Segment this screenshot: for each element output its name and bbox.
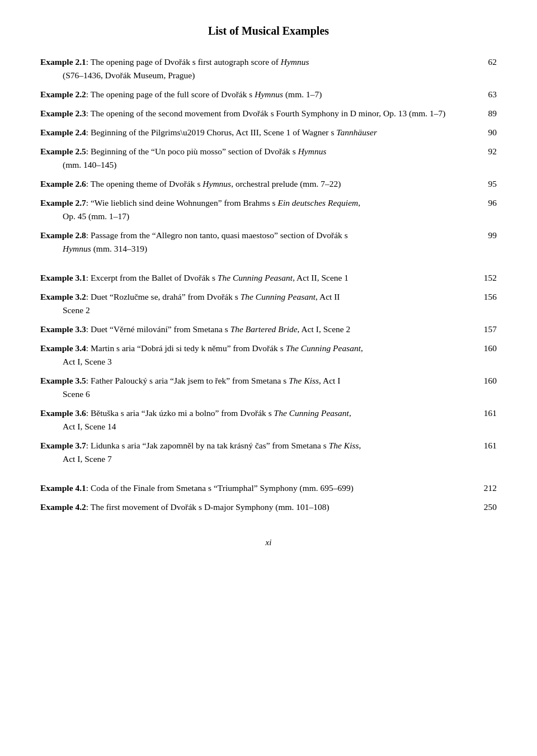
list-item: Example 3.2: Duet “Rozlučme se, drahá” f… [40,290,497,317]
entry-text: Example 2.3: The opening of the second m… [40,107,474,120]
page-number: 89 [474,107,497,120]
example-label: Example 2.8 [40,230,86,240]
entry-text: Example 3.4: Martin s aria “Dobrá jdi si… [40,342,474,368]
list-item: Example 3.7: Lidunka s aria “Jak zapomně… [40,439,497,466]
list-item: Example 3.5: Father Paloucký s aria “Jak… [40,374,497,401]
entry-text: Example 3.2: Duet “Rozlučme se, drahá” f… [40,290,474,317]
example-label: Example 3.6 [40,408,86,418]
entry-text: Example 2.5: Beginning of the “Un poco p… [40,145,474,172]
page-number: 212 [474,481,497,495]
entry-text: Example 3.1: Excerpt from the Ballet of … [40,271,474,285]
entry-text: Example 3.3: Duet “Věrné milování” from … [40,323,474,336]
example-label: Example 4.2 [40,502,86,512]
page-number: 160 [474,342,497,355]
list-item: Example 2.6: The opening theme of Dvořák… [40,177,497,191]
example-label: Example 3.2 [40,292,86,301]
entry-text: Example 2.2: The opening page of the ful… [40,88,474,101]
example-label: Example 3.5 [40,376,86,385]
example-label: Example 2.5 [40,147,86,156]
entry-text: Example 4.1: Coda of the Finale from Sme… [40,481,474,495]
example-label: Example 3.1 [40,273,86,282]
example-label: Example 2.1 [40,57,86,67]
list-item: Example 3.4: Martin s aria “Dobrá jdi si… [40,342,497,368]
page-number: 161 [474,439,497,452]
page-title: List of Musical Examples [40,22,497,40]
page-number: 161 [474,407,497,420]
page-number: 99 [474,229,497,242]
example-label: Example 3.7 [40,441,86,450]
example-label: Example 2.4 [40,127,86,137]
example-label: Example 3.4 [40,343,86,353]
page-number: 157 [474,323,497,336]
list-item: Example 3.1: Excerpt from the Ballet of … [40,271,497,285]
entry-text: Example 2.6: The opening theme of Dvořák… [40,177,474,191]
page-number: 96 [474,196,497,210]
example-label: Example 3.3 [40,324,86,334]
page-number: 250 [474,500,497,514]
page-number: 160 [474,374,497,388]
entry-text: Example 4.2: The first movement of Dvořá… [40,500,474,514]
list-item: Example 2.2: The opening page of the ful… [40,88,497,101]
page-number: 62 [474,55,497,69]
example-label: Example 2.3 [40,108,86,118]
example-label: Example 2.6 [40,179,86,188]
page-number: 92 [474,145,497,158]
entry-text: Example 3.7: Lidunka s aria “Jak zapomně… [40,439,474,466]
entry-text: Example 2.8: Passage from the “Allegro n… [40,229,474,256]
list-item: Example 2.8: Passage from the “Allegro n… [40,229,497,256]
page-container: List of Musical Examples Example 2.1: Th… [40,22,497,550]
page-footer: xi [40,536,497,549]
entry-text: Example 3.5: Father Paloucký s aria “Jak… [40,374,474,401]
page-number: 156 [474,290,497,304]
list-item: Example 4.1: Coda of the Finale from Sme… [40,481,497,495]
entry-text: Example 2.7: “Wie lieblich sind deine Wo… [40,196,474,223]
entry-text: Example 2.4: Beginning of the Pilgrims\u… [40,126,474,139]
page-number: 95 [474,177,497,191]
list-item: Example 3.6: Bětuška s aria “Jak úzko mi… [40,407,497,433]
list-item: Example 2.3: The opening of the second m… [40,107,497,120]
example-label: Example 4.1 [40,483,86,493]
example-label: Example 2.2 [40,89,86,99]
entry-continuation: (S76–1436, Dvořák Museum, Prague) [40,69,195,82]
page-number: 152 [474,271,497,285]
examples-list: Example 2.1: The opening page of Dvořák … [40,55,497,514]
entry-text: Example 2.1: The opening page of Dvořák … [40,55,474,82]
entry-text: Example 3.6: Bětuška s aria “Jak úzko mi… [40,407,474,433]
page-number: 90 [474,126,497,139]
list-item: Example 3.3: Duet “Věrné milování” from … [40,323,497,336]
list-item: Example 2.1: The opening page of Dvořák … [40,55,497,82]
page-number: 63 [474,88,497,101]
list-item: Example 2.7: “Wie lieblich sind deine Wo… [40,196,497,223]
list-item: Example 4.2: The first movement of Dvořá… [40,500,497,514]
example-label: Example 2.7 [40,198,86,207]
list-item: Example 2.4: Beginning of the Pilgrims\u… [40,126,497,139]
list-item: Example 2.5: Beginning of the “Un poco p… [40,145,497,172]
